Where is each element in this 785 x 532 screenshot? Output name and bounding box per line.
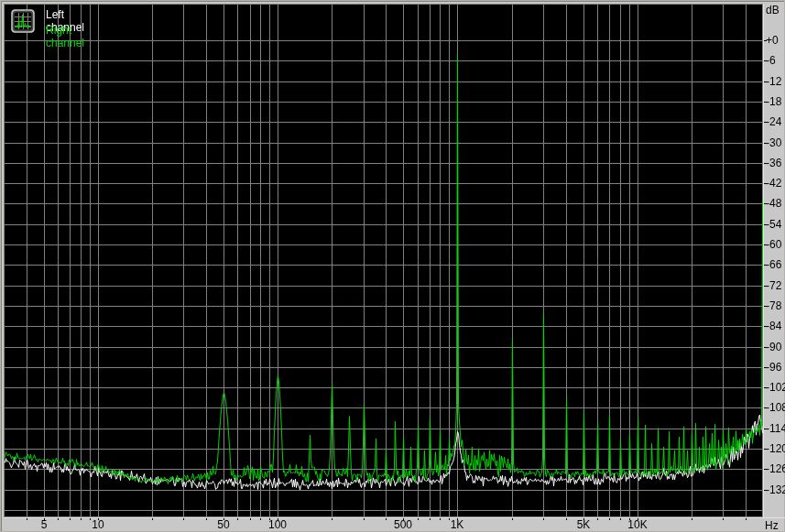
freq-tick-label: 500 [394,519,412,531]
db-tick-label: -114 [766,423,785,435]
hz-unit-label: Hz [765,519,779,532]
db-tick-label: -18 [766,96,781,108]
legend-right-channel-label: Right channel [46,24,84,49]
mini-spectrum-icon-svg [11,9,35,33]
freq-tick-label: 1K [451,519,464,531]
db-tick-label: -66 [766,259,781,271]
db-tick-label: -6 [766,55,776,67]
db-tick-label: -108 [766,402,785,414]
db-tick-label: -24 [766,116,781,128]
db-tick-label: -72 [766,280,781,292]
db-unit-label: dB [766,4,780,16]
spectrum-analyzer-window: Left channel Right channel dB Hz +0-6-12… [0,0,785,532]
freq-tick-label: 10 [92,519,104,531]
db-tick-label: -12 [766,76,781,88]
db-tick-label: -78 [766,300,781,312]
db-tick-label: -30 [766,137,781,149]
freq-tick-label: 100 [268,519,287,531]
spectrum-plot-canvas [0,0,785,532]
freq-tick-label: 10K [627,519,647,531]
db-tick-label: -102 [766,382,785,394]
db-tick-label: -36 [766,157,781,169]
db-tick-label: -120 [766,443,785,455]
db-tick-label: -54 [766,219,781,231]
db-tick-label: -48 [766,198,781,210]
db-tick-label: -132 [766,484,785,496]
db-tick-label: -60 [766,239,781,251]
freq-tick-label: 50 [217,519,229,531]
db-tick-label: -96 [766,362,781,374]
db-tick-label: -126 [766,463,785,475]
freq-tick-label: 5K [577,519,591,531]
db-tick-label: -84 [766,320,781,332]
db-tick-label: -42 [766,178,781,190]
db-tick-label: -90 [766,342,781,353]
mini-spectrum-icon[interactable] [11,9,35,33]
freq-tick-label: 5 [41,519,48,531]
db-tick-label: +0 [766,35,779,47]
